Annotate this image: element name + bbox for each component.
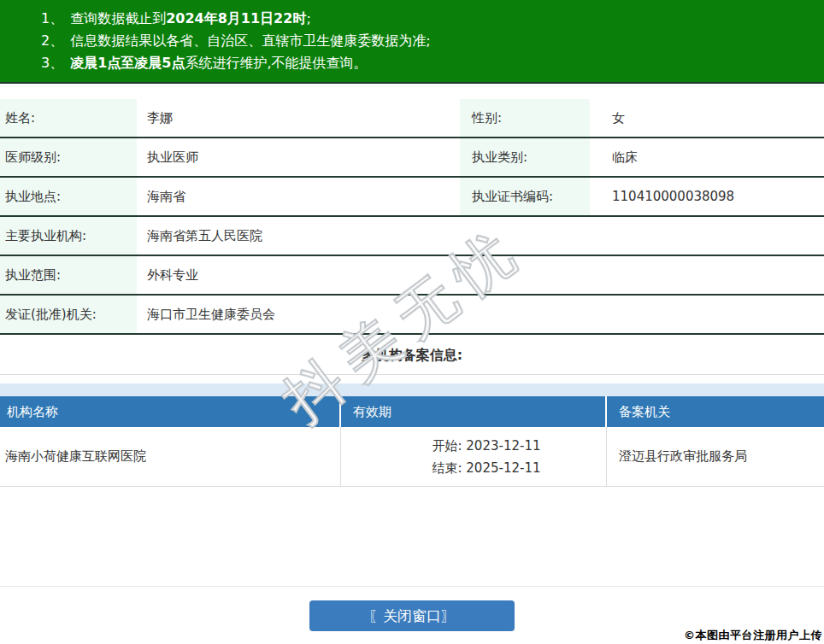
notice-line-3: 3、凌晨1点至凌晨5点系统进行维护,不能提供查询。 (41, 52, 815, 74)
table-row: 姓名: 李娜 性别: 女 (0, 99, 824, 138)
query-result-page: 1、查询数据截止到2024年8月11日22时; 2、信息数据结果以各省、自治区、… (0, 0, 824, 644)
table-row: 医师级别: 执业医师 执业类别: 临床 (0, 138, 824, 178)
table-top-strip (0, 383, 824, 396)
notice-3-number: 3、 (41, 55, 63, 71)
footer-divider (0, 586, 824, 587)
cert-number-label: 执业证书编码: (460, 178, 590, 215)
scope-label: 执业范围: (0, 256, 137, 294)
issuer-label: 发证(批准)机关: (0, 296, 137, 333)
main-org-label: 主要执业机构: (0, 217, 137, 255)
notice-banner: 1、查询数据截止到2024年8月11日22时; 2、信息数据结果以各省、自治区、… (0, 0, 824, 84)
notice-1-bold-text: 2024年8月11日22时 (166, 10, 306, 26)
column-header-authority: 备案机关 (607, 396, 824, 427)
notice-1-number: 1、 (41, 10, 63, 26)
table-row: 执业范围: 外科专业 (0, 256, 824, 296)
validity-start: 开始: 2023-12-11 (433, 435, 541, 457)
org-name-cell: 海南小荷健康互联网医院 (0, 427, 341, 486)
column-header-validity: 有效期 (341, 396, 607, 427)
scope-value: 外科专业 (137, 256, 824, 294)
spacer (0, 84, 824, 99)
org-table-header-row: 机构名称 有效期 备案机关 (0, 396, 824, 427)
location-label: 执业地点: (0, 178, 137, 215)
close-window-button[interactable]: 〖关闭窗口〗 (309, 600, 515, 631)
validity-cell: 开始: 2023-12-11 结束: 2025-12-11 (341, 427, 607, 486)
org-filing-table: 机构名称 有效期 备案机关 海南小荷健康互联网医院 开始: 2023-12-11… (0, 383, 824, 487)
notice-3-suffix: 系统进行维护,不能提供查询。 (185, 55, 367, 71)
notice-2-text: 信息数据结果以各省、自治区、直辖市卫生健康委数据为准; (70, 32, 430, 49)
notice-1-suffix: ; (306, 10, 310, 26)
doctor-info-table: 姓名: 李娜 性别: 女 医师级别: 执业医师 执业类别: 临床 执业地点: 海… (0, 99, 824, 335)
column-header-org-name: 机构名称 (0, 396, 341, 427)
notice-line-2: 2、信息数据结果以各省、自治区、直辖市卫生健康委数据为准; (41, 30, 815, 52)
notice-1-text: 查询数据截止到 (70, 10, 166, 26)
upload-credit-text: ©本图由平台注册用户上传 (684, 628, 822, 643)
table-row: 发证(批准)机关: 海口市卫生健康委员会 (0, 296, 824, 335)
name-value: 李娜 (137, 99, 460, 137)
notice-line-1: 1、查询数据截止到2024年8月11日22时; (41, 8, 815, 30)
table-row: 执业地点: 海南省 执业证书编码: 110410000038098 (0, 178, 824, 217)
spacer (0, 487, 824, 586)
gender-label: 性别: (460, 99, 590, 137)
gender-value: 女 (590, 99, 824, 137)
validity-end: 结束: 2025-12-11 (433, 457, 541, 479)
location-value: 海南省 (137, 178, 460, 215)
spacer (0, 375, 824, 383)
category-label: 执业类别: (460, 138, 590, 176)
cert-number-value: 110410000038098 (590, 178, 824, 215)
category-value: 临床 (590, 138, 824, 176)
notice-3-bold-text: 凌晨1点至凌晨5点 (70, 55, 185, 71)
main-org-value: 海南省第五人民医院 (137, 217, 824, 255)
notice-2-number: 2、 (41, 32, 63, 49)
table-row: 海南小荷健康互联网医院 开始: 2023-12-11 结束: 2025-12-1… (0, 427, 824, 487)
level-label: 医师级别: (0, 138, 137, 176)
multi-org-section-title: 多机构备案信息: (0, 335, 824, 375)
name-label: 姓名: (0, 99, 137, 137)
issuer-value: 海口市卫生健康委员会 (137, 296, 824, 333)
level-value: 执业医师 (137, 138, 460, 176)
table-row: 主要执业机构: 海南省第五人民医院 (0, 217, 824, 256)
authority-cell: 澄迈县行政审批服务局 (607, 427, 824, 486)
